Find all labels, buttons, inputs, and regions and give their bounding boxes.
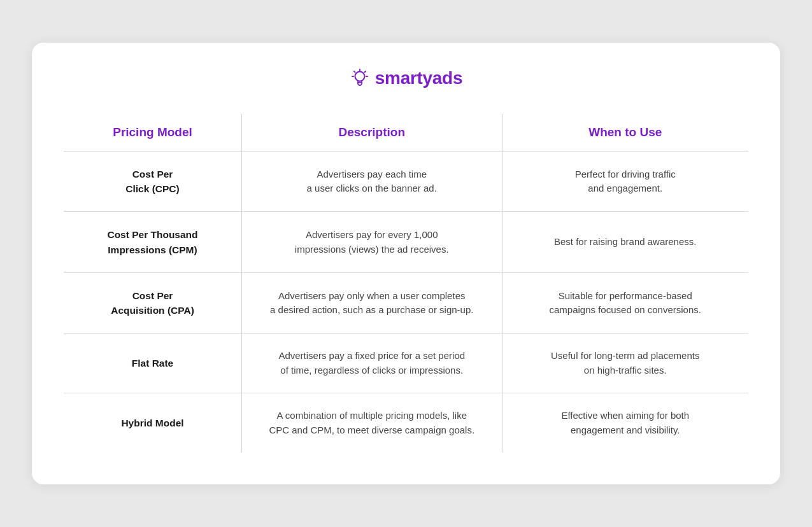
logo-smarty: smarty — [375, 68, 432, 88]
table-row: Cost Per Acquisition (CPA)Advertisers pa… — [64, 272, 748, 334]
table-row: Cost Per Click (CPC)Advertisers pay each… — [64, 151, 748, 212]
pricing-table: Pricing Model Description When to Use Co… — [64, 114, 748, 453]
table-row: Cost Per Thousand Impressions (CPM)Adver… — [64, 212, 748, 273]
header-pricing-model: Pricing Model — [64, 114, 242, 151]
logo-wrapper: smartyads — [350, 68, 462, 88]
svg-line-4 — [364, 71, 366, 73]
row-4-description: A combination of multiple pricing models… — [242, 393, 502, 453]
svg-line-3 — [354, 71, 355, 73]
row-2-when-to-use: Suitable for performance-based campaigns… — [502, 272, 748, 334]
row-1-when-to-use: Best for raising brand awareness. — [502, 212, 748, 273]
row-0-when-to-use: Perfect for driving traffic and engageme… — [502, 151, 748, 212]
row-4-model: Hybrid Model — [64, 393, 242, 453]
logo-area: smartyads — [64, 68, 748, 88]
lightbulb-icon — [350, 68, 370, 88]
row-4-when-to-use: Effective when aiming for both engagemen… — [502, 393, 748, 453]
svg-point-0 — [355, 71, 364, 81]
table-row: Hybrid ModelA combination of multiple pr… — [64, 393, 748, 453]
header-description: Description — [242, 114, 502, 151]
row-3-description: Advertisers pay a fixed price for a set … — [242, 334, 502, 393]
row-3-when-to-use: Useful for long-term ad placements on hi… — [502, 334, 748, 393]
row-1-model: Cost Per Thousand Impressions (CPM) — [64, 212, 242, 273]
row-2-model: Cost Per Acquisition (CPA) — [64, 272, 242, 334]
main-card: smartyads Pricing Model Description When… — [32, 43, 780, 485]
logo-ads: ads — [432, 68, 462, 88]
table-header-row: Pricing Model Description When to Use — [64, 114, 748, 151]
row-0-description: Advertisers pay each time a user clicks … — [242, 151, 502, 212]
table-row: Flat RateAdvertisers pay a fixed price f… — [64, 334, 748, 393]
logo-text: smartyads — [375, 68, 462, 88]
row-3-model: Flat Rate — [64, 334, 242, 393]
row-2-description: Advertisers pay only when a user complet… — [242, 272, 502, 334]
header-when-to-use: When to Use — [502, 114, 748, 151]
row-1-description: Advertisers pay for every 1,000 impressi… — [242, 212, 502, 273]
row-0-model: Cost Per Click (CPC) — [64, 151, 242, 212]
